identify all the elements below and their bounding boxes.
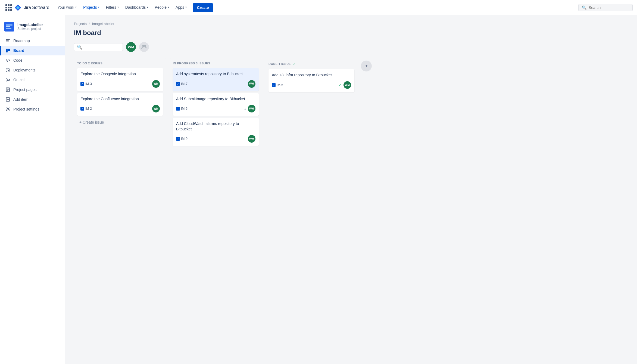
card-assignee-avatar[interactable]: WM [152, 80, 160, 88]
sidebar-item-add-item[interactable]: Add item [0, 95, 65, 104]
chevron-down-icon: ▾ [98, 6, 99, 9]
sidebar: ImageLabeller Software project Roadmap [0, 15, 65, 364]
search-icon: 🔍 [77, 45, 82, 50]
card-assignee-avatar[interactable]: WM [344, 81, 351, 89]
checkbox-icon: ✓ [272, 83, 276, 87]
top-navigation: Jira Software Your work ▾ Projects ▾ Fil… [0, 0, 637, 15]
logo-text: Jira Software [24, 5, 49, 10]
card-assignee-avatar[interactable]: WM [248, 105, 255, 112]
svg-point-13 [7, 108, 9, 110]
column-title: DONE 1 ISSUE [268, 62, 291, 65]
nav-your-work[interactable]: Your work ▾ [55, 0, 79, 15]
board-search[interactable]: 🔍 [74, 43, 123, 51]
sidebar-item-label: Deployments [13, 68, 36, 72]
search-input[interactable] [589, 5, 629, 10]
card-id[interactable]: ✓ IM-5 [272, 83, 283, 87]
add-item-icon [5, 97, 11, 102]
board-card[interactable]: Add SubmitImage repository to Bitbucket … [173, 93, 259, 116]
card-id[interactable]: ✓ IM-7 [176, 82, 188, 86]
chevron-down-icon: ▾ [117, 6, 119, 9]
add-column-button[interactable]: + [361, 61, 372, 71]
breadcrumb-imagelabeller[interactable]: ImageLabeller [92, 22, 114, 26]
card-title: Explore the Opsgenie integration [80, 71, 160, 77]
create-issue-button[interactable]: + Create issue [77, 118, 163, 127]
column-title: IN PROGRESS 3 ISSUES [173, 62, 210, 65]
card-actions: WM [152, 105, 160, 112]
chevron-down-icon: ▾ [185, 6, 187, 9]
card-actions: WM [248, 135, 255, 143]
card-title: Add s3_infra repository to Bitbucket [272, 73, 351, 78]
sidebar-item-label: Board [13, 48, 24, 53]
page-title: IM board [74, 29, 628, 37]
svg-rect-4 [6, 39, 10, 40]
card-title: Add CloudWatch alarms repository to Bitb… [176, 121, 255, 132]
svg-rect-5 [6, 40, 9, 41]
nav-projects[interactable]: Projects ▾ [80, 0, 102, 15]
sidebar-item-deployments[interactable]: Deployments [0, 65, 65, 75]
sidebar-item-board[interactable]: Board [0, 46, 65, 55]
settings-icon [5, 106, 11, 112]
card-title: Add SubmitImage repository to Bitbucket [176, 96, 255, 102]
roadmap-icon [5, 38, 11, 43]
board: TO DO 2 ISSUES Explore the Opsgenie inte… [74, 58, 628, 151]
sidebar-item-on-call[interactable]: On-call [0, 75, 65, 85]
checkbox-icon: ✓ [176, 107, 180, 111]
card-title: Add systemtests repository to Bitbucket [176, 71, 255, 77]
sidebar-item-code[interactable]: Code [0, 55, 65, 65]
breadcrumb-separator: / [89, 22, 90, 26]
chevron-down-icon: ▾ [75, 6, 77, 9]
checkbox-icon: ✓ [80, 82, 84, 86]
avatar-group[interactable] [139, 42, 149, 52]
board-card[interactable]: Add systemtests repository to Bitbucket … [173, 68, 259, 91]
card-id-text: IM-3 [85, 82, 92, 86]
card-assignee-avatar[interactable]: WM [152, 105, 160, 112]
chevron-down-icon: ▾ [147, 6, 148, 9]
card-id-text: IM-5 [277, 83, 283, 87]
sidebar-item-project-pages[interactable]: Project pages [0, 85, 65, 95]
project-avatar [4, 22, 14, 32]
column-header: TO DO 2 ISSUES [77, 62, 163, 65]
sidebar-item-label: Roadmap [13, 39, 30, 43]
card-id[interactable]: ✓ IM-2 [80, 107, 92, 111]
board-icon [5, 48, 11, 53]
create-button[interactable]: Create [193, 3, 213, 12]
breadcrumb-projects[interactable]: Projects [74, 22, 87, 26]
board-card[interactable]: Explore the Opsgenie integration ✓ IM-3 … [77, 68, 163, 91]
board-card[interactable]: Add s3_infra repository to Bitbucket ✓ I… [268, 69, 354, 92]
nav-apps[interactable]: Apps ▾ [173, 0, 189, 15]
apps-grid-icon[interactable] [4, 3, 13, 12]
user-avatar-wm[interactable]: WM [126, 42, 136, 52]
deployments-icon [5, 67, 11, 73]
project-name: ImageLabeller [17, 23, 43, 27]
sidebar-item-label: On-call [13, 78, 25, 82]
done-check-icon: ✓ [293, 62, 296, 66]
nav-dashboards[interactable]: Dashboards ▾ [123, 0, 151, 15]
sidebar-item-roadmap[interactable]: Roadmap [0, 36, 65, 46]
card-assignee-avatar[interactable]: WM [248, 135, 255, 143]
card-id[interactable]: ✓ IM-6 [176, 107, 188, 111]
card-id[interactable]: ✓ IM-9 [176, 137, 188, 141]
nav-filters[interactable]: Filters ▾ [103, 0, 121, 15]
svg-rect-7 [6, 49, 8, 52]
jira-logo[interactable]: Jira Software [14, 4, 49, 11]
card-id[interactable]: ✓ IM-3 [80, 82, 92, 86]
checkbox-icon: ✓ [176, 137, 180, 141]
card-assignee-avatar[interactable]: WM [248, 80, 255, 88]
done-icon: ✓ [339, 83, 342, 87]
nav-people[interactable]: People ▾ [152, 0, 172, 15]
checkbox-icon: ✓ [80, 107, 84, 111]
card-actions: WM [248, 80, 255, 88]
svg-point-15 [144, 45, 146, 47]
deploy-icon: ⬦ [244, 106, 246, 111]
board-search-input[interactable] [84, 45, 120, 49]
card-footer: ✓ IM-6 ⬦ WM [176, 105, 255, 112]
code-icon [5, 58, 11, 63]
board-card[interactable]: Add CloudWatch alarms repository to Bitb… [173, 118, 259, 146]
sidebar-item-label: Project settings [13, 107, 39, 111]
board-card[interactable]: Explore the Confluence integration ✓ IM-… [77, 93, 163, 116]
column-title: TO DO 2 ISSUES [77, 62, 102, 65]
search-box[interactable]: 🔍 [578, 4, 633, 11]
sidebar-item-label: Add item [13, 97, 28, 102]
sidebar-item-project-settings[interactable]: Project settings [0, 104, 65, 114]
svg-rect-6 [6, 42, 9, 42]
